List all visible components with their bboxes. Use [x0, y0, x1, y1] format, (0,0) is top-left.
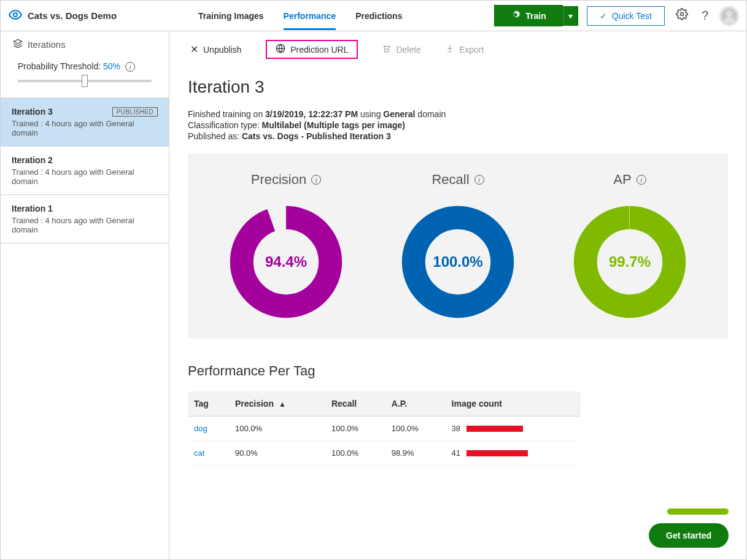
delete-label: Delete [396, 45, 420, 55]
col-recall[interactable]: Recall [325, 391, 385, 416]
customvision-logo-icon [8, 7, 23, 24]
check-icon: ✓ [600, 11, 607, 21]
published-as-line: Published as: Cats vs. Dogs - Published … [188, 131, 728, 141]
download-icon [446, 44, 454, 55]
train-dropdown-button[interactable]: ▾ [563, 6, 578, 26]
info-icon[interactable]: i [637, 175, 646, 185]
settings-button[interactable] [673, 6, 691, 26]
sidebar: Iterations Probability Threshold: 50% i … [1, 31, 169, 559]
unpublish-label: Unpublish [203, 45, 241, 55]
svg-point-0 [14, 13, 17, 17]
svg-marker-2 [14, 39, 21, 44]
user-avatar[interactable] [719, 6, 739, 26]
iteration-name: Iteration 3 [12, 107, 53, 117]
precision-value: 94.4% [228, 204, 344, 320]
recall-value: 100.0% [400, 204, 516, 320]
iteration-title: Iteration 3 [188, 77, 728, 97]
iteration-subtitle: Trained : 4 hours ago with General domai… [12, 216, 158, 234]
cell-precision: 90.0% [229, 441, 325, 466]
published-badge: PUBLISHED [112, 107, 158, 117]
iteration-item[interactable]: Iteration 1 Trained : 4 hours ago with G… [1, 195, 169, 244]
main-content: ✕ Unpublish Prediction URL Delete Expor [169, 31, 746, 559]
train-button[interactable]: Train [494, 5, 562, 26]
quick-test-label: Quick Test [612, 11, 652, 21]
probability-threshold: Probability Threshold: 50% i [1, 58, 169, 98]
export-label: Export [459, 45, 484, 55]
classification-type-line: Classification type: Multilabel (Multipl… [188, 120, 728, 130]
col-tag[interactable]: Tag [188, 391, 229, 416]
globe-icon [276, 44, 285, 55]
iteration-list: Iteration 3 PUBLISHED Trained : 4 hours … [1, 98, 169, 244]
tab-training-images[interactable]: Training Images [198, 2, 264, 29]
iteration-item[interactable]: Iteration 3 PUBLISHED Trained : 4 hours … [1, 98, 169, 147]
cell-ap: 100.0% [385, 416, 446, 441]
help-button[interactable]: ? [699, 6, 711, 25]
prediction-url-label: Prediction URL [290, 45, 348, 55]
col-precision[interactable]: Precision▲ [229, 391, 325, 416]
col-ap[interactable]: A.P. [385, 391, 446, 416]
performance-per-tag-title: Performance Per Tag [188, 363, 728, 379]
col-image-count[interactable]: Image count [446, 391, 581, 416]
count-bar [466, 450, 528, 456]
train-label: Train [525, 11, 546, 21]
svg-point-1 [680, 13, 683, 16]
prediction-url-button[interactable]: Prediction URL [266, 40, 358, 59]
iteration-name: Iteration 2 [12, 155, 53, 165]
delete-button[interactable]: Delete [382, 44, 420, 55]
sort-arrow-icon: ▲ [279, 400, 286, 408]
ap-metric: APi 99.7% [571, 172, 688, 320]
training-finished-line: Finished training on 3/19/2019, 12:22:37… [188, 109, 728, 119]
precision-metric: Precisioni 94.4% [228, 172, 344, 320]
gears-icon [511, 10, 521, 21]
info-icon[interactable]: i [311, 175, 321, 185]
trash-icon [382, 44, 391, 55]
get-started-button[interactable]: Get started [649, 523, 729, 548]
iteration-item[interactable]: Iteration 2 Trained : 4 hours ago with G… [1, 147, 169, 195]
app-title: Cats vs. Dogs Demo [28, 10, 117, 21]
app-header: Cats vs. Dogs Demo Training Images Perfo… [1, 1, 746, 31]
layers-icon [13, 39, 23, 50]
quick-test-button[interactable]: ✓ Quick Test [587, 6, 665, 26]
tag-link[interactable]: dog [194, 424, 207, 433]
iteration-name: Iteration 1 [12, 204, 53, 213]
status-pill [667, 508, 729, 515]
close-icon: ✕ [190, 44, 198, 55]
tag-link[interactable]: cat [194, 448, 204, 458]
info-icon[interactable]: i [474, 175, 484, 185]
slider-thumb[interactable] [82, 75, 88, 87]
cell-count: 41 [452, 448, 460, 458]
get-started-label: Get started [666, 531, 711, 540]
export-button[interactable]: Export [446, 44, 484, 55]
question-icon: ? [702, 9, 708, 22]
info-icon[interactable]: i [125, 62, 135, 72]
iterations-label: Iterations [28, 39, 66, 50]
table-row: dog100.0%100.0%100.0%38 [188, 416, 581, 441]
recall-label: Recall [432, 172, 469, 188]
cell-count: 38 [452, 424, 460, 433]
threshold-value: 50% [103, 61, 120, 71]
iteration-subtitle: Trained : 4 hours ago with General domai… [12, 167, 158, 186]
gear-icon [676, 10, 688, 23]
tab-performance[interactable]: Performance [284, 2, 336, 29]
table-row: cat90.0%100.0%98.9%41 [188, 441, 581, 466]
cell-recall: 100.0% [325, 441, 385, 466]
cell-precision: 100.0% [229, 416, 325, 441]
chevron-down-icon: ▾ [568, 11, 573, 21]
performance-table: Tag Precision▲ Recall A.P. Image count d… [188, 391, 581, 466]
threshold-label: Probability Threshold: [18, 61, 101, 71]
ap-label: AP [613, 172, 631, 188]
avatar-icon [722, 9, 737, 23]
iterations-header: Iterations [1, 31, 169, 58]
ap-value: 99.7% [571, 204, 688, 320]
tab-predictions[interactable]: Predictions [355, 2, 402, 29]
unpublish-button[interactable]: ✕ Unpublish [190, 44, 241, 55]
recall-metric: Recalli 100.0% [400, 172, 516, 320]
count-bar [466, 426, 523, 432]
iteration-actions: ✕ Unpublish Prediction URL Delete Expor [188, 31, 728, 67]
cell-ap: 98.9% [385, 441, 446, 466]
cell-recall: 100.0% [325, 416, 385, 441]
train-button-group: Train ▾ [494, 5, 578, 26]
precision-label: Precision [251, 172, 306, 188]
threshold-slider[interactable] [18, 75, 152, 86]
metrics-panel: Precisioni 94.4% Recalli 100.0% [188, 153, 728, 339]
